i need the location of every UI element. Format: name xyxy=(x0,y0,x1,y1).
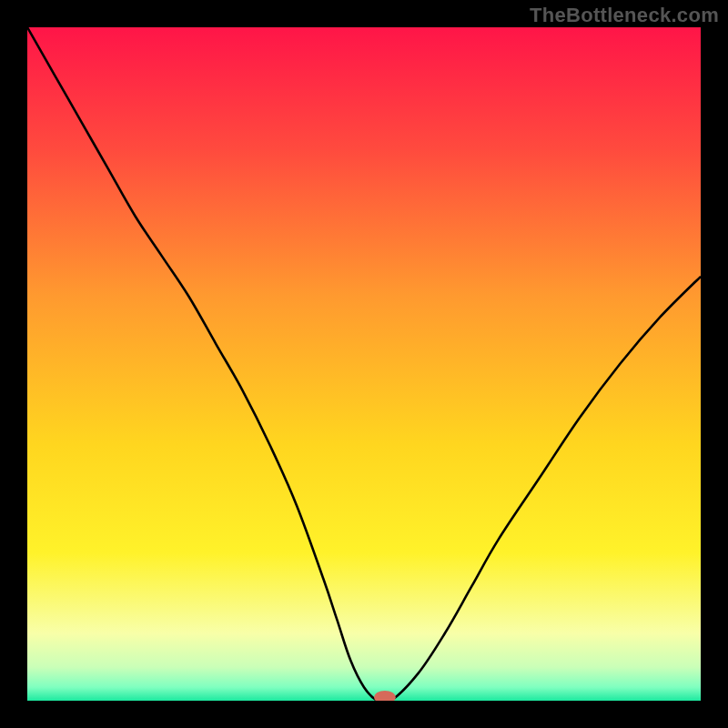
chart-frame: TheBottleneck.com xyxy=(0,0,728,728)
attribution-label: TheBottleneck.com xyxy=(530,4,719,27)
gradient-background xyxy=(27,27,701,701)
bottleneck-chart xyxy=(27,27,701,701)
plot-area xyxy=(27,27,701,701)
